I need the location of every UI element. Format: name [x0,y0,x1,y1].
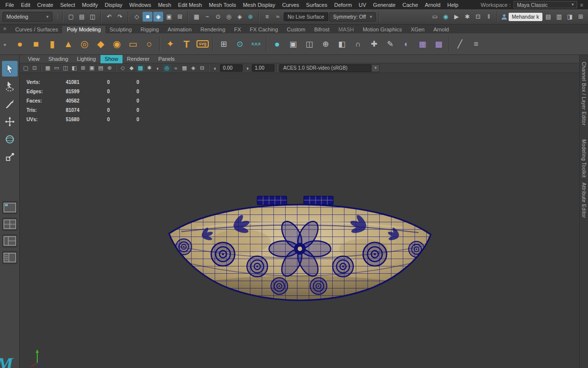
poly-torus-icon[interactable]: ◎ [76,35,93,53]
shadows-icon[interactable]: ◐ [154,64,162,72]
rubberband-select-icon[interactable]: ⊞ [175,12,185,22]
poly-sphere-icon[interactable]: ● [12,35,28,53]
origin-locator-icon[interactable]: 0,0,0 [248,35,264,53]
layout-four-pane-button[interactable] [2,218,17,231]
colorspace-dropdown-button[interactable]: ▾ [372,64,380,72]
signed-in-user[interactable]: Mehandar k [509,13,542,21]
gamma-field[interactable]: 1.00 [252,64,274,72]
select-hierarchy-icon[interactable]: ◇ [132,12,142,22]
menu-set-selector[interactable]: Modeling ▾ [2,12,52,22]
shelf-tab-poly-modeling[interactable]: Poly Modeling [62,26,105,33]
save-scene-icon[interactable]: ◫ [88,12,98,22]
panel-menu-shading[interactable]: Shading [44,55,73,63]
make-live-icon[interactable]: ⊕ [245,12,255,22]
menu-surfaces[interactable]: Surfaces [303,2,331,8]
menu-help[interactable]: Help [444,2,462,8]
shelf-tab-motion-graphics[interactable]: Motion Graphics [358,26,406,33]
super-shape-icon[interactable]: ✦ [162,35,178,53]
poly-disc-icon[interactable]: ○ [141,35,157,53]
duplicate-array-icon[interactable]: ▦ [415,35,431,53]
bridge-icon[interactable]: ∩ [350,35,366,53]
menu-mesh-display[interactable]: Mesh Display [240,2,279,8]
safe-action-icon[interactable]: ▣ [88,64,96,72]
xray-icon[interactable]: ◈ [189,64,197,72]
shelf-tab-xgen[interactable]: XGen [406,26,429,33]
tab-channel-box-layer-editor[interactable]: Channel Box / Layer Editor [581,62,587,126]
field-chart-icon[interactable]: ⊞ [79,64,87,72]
shelf-star-icon[interactable]: ✦ [1,42,8,48]
render-settings-icon[interactable]: ✱ [463,12,472,22]
poly-pyramid-icon[interactable]: ◆ [93,35,109,53]
select-tool[interactable] [2,61,18,77]
shelf-tab-animation[interactable]: Animation [163,26,196,33]
select-mask-icon[interactable]: ▣ [164,12,174,22]
statusline-grip[interactable]: ⋮ [55,12,58,22]
isolate-select-icon[interactable]: ⊟ [198,64,206,72]
snap-grid-icon[interactable]: ▦ [192,12,201,22]
shelf-tab-mash[interactable]: MASH [334,26,358,33]
shelf-tab-sculpting[interactable]: Sculpting [105,26,136,33]
select-component-icon[interactable]: ◈ [153,12,163,22]
snap-projected-icon[interactable]: ◎ [224,12,234,22]
snap-curve-icon[interactable]: ~ [202,12,212,22]
poly-cylinder-icon[interactable]: ▮ [44,35,60,53]
lock-camera-icon[interactable]: ⊡ [30,64,39,72]
panel-menu-panels[interactable]: Panels [154,55,179,63]
colorspace-field[interactable]: ACES 1.0 SDR-video (sRGB) [279,64,371,72]
gate-mask-icon[interactable]: ◧ [70,64,78,72]
type-tool-icon[interactable]: T [178,35,195,53]
panel-menu-renderer[interactable]: Renderer [122,55,154,63]
svg-tool-icon[interactable]: svg [195,35,211,53]
input-connections-icon[interactable]: ≡ [262,12,272,22]
render-current-frame-icon[interactable]: ◉ [441,12,451,22]
panel-menu-lighting[interactable]: Lighting [73,55,100,63]
snap-point-icon[interactable]: ⊙ [213,12,223,22]
pause-viewport-icon[interactable]: ‖ [484,12,494,22]
shelf-menu-icon[interactable]: ≡ [1,26,8,31]
undo-icon[interactable]: ↶ [104,12,114,22]
open-render-view-icon[interactable]: ▭ [430,12,440,22]
mirror-icon[interactable]: ◐ [398,35,415,53]
menu-select[interactable]: Select [57,2,79,8]
menu-create[interactable]: Create [34,2,57,8]
boolean-union-icon[interactable]: ⊕ [318,35,334,53]
poly-pipe-icon[interactable]: ◉ [109,35,125,53]
exposure-icon[interactable]: ◐ [211,64,220,72]
live-surface-icon[interactable]: ⊙ [232,35,248,53]
rotate-tool[interactable] [2,131,18,147]
menu-generate[interactable]: Generate [369,2,399,8]
tab-modeling-toolkit[interactable]: Modeling Toolkit [581,139,587,178]
menu-edit-mesh[interactable]: Edit Mesh [174,2,205,8]
sidebar-channelbox-icon[interactable]: ▤ [543,12,553,22]
motion-blur-icon[interactable]: ≈ [172,64,180,72]
poly-cone-icon[interactable]: ▲ [60,35,76,53]
lattice-icon[interactable]: ▩ [431,35,447,53]
separate-icon[interactable]: ◫ [301,35,318,53]
symmetry-selector[interactable]: Symmetry: Off ▾ [329,12,376,22]
display-render-globals-icon[interactable]: ⊡ [473,12,483,22]
shelf-tab-fx-caching[interactable]: FX Caching [245,26,282,33]
menu-mesh[interactable]: Mesh [154,2,174,8]
snap-viewplane-icon[interactable]: ◈ [235,12,245,22]
layout-outliner-persp-button[interactable] [2,251,17,264]
occlusion-icon[interactable]: ◎ [163,64,171,72]
quad-draw-icon[interactable]: ✎ [382,35,398,53]
safe-title-icon[interactable]: ▤ [97,64,105,72]
resolution-gate-icon[interactable]: ◫ [61,64,70,72]
menu-arnold[interactable]: Arnold [421,2,444,8]
construction-plane-icon[interactable]: ⊞ [216,35,232,53]
pencil-curve-icon[interactable]: ╱ [452,35,468,53]
multi-cut-icon[interactable]: ✚ [366,35,382,53]
menu-display[interactable]: Display [101,2,126,8]
combine-icon[interactable]: ▣ [285,35,301,53]
film-gate-icon[interactable]: ▭ [52,64,61,72]
lasso-tool[interactable] [2,79,18,94]
ipr-render-icon[interactable]: ▶ [452,12,462,22]
workspace-selector[interactable]: Maya Classic ▾ [514,1,577,8]
smooth-mesh-icon[interactable]: ● [269,35,285,53]
shelf-tab-fx[interactable]: FX [230,26,245,33]
viewport-persp[interactable]: View Shading Lighting Show Renderer Pane… [20,55,579,368]
layout-single-pane-button[interactable] [2,201,17,214]
tab-attribute-editor[interactable]: Attribute Editor [581,183,587,218]
panel-menu-show[interactable]: Show [100,55,123,63]
